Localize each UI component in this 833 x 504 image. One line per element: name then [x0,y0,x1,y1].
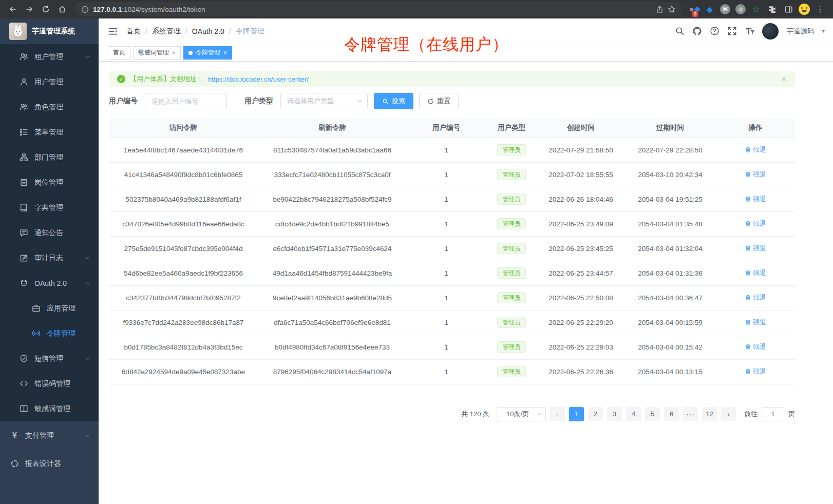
force-logout-button[interactable]: 强退 [745,244,766,253]
extension-command-icon[interactable]: ⌘ [719,3,731,15]
sidebar-item-oauth2[interactable]: OAuth 2.0 [0,270,99,296]
back-icon[interactable] [6,3,20,16]
breadcrumb-oauth2[interactable]: OAuth 2.0 [192,27,224,35]
page-button-2[interactable]: 2 [588,407,603,421]
tab-首页[interactable]: 首页 [108,46,130,60]
sidebar-collapse-icon[interactable] [108,26,118,36]
post-management-icon [20,178,28,187]
breadcrumb-system[interactable]: 系统管理 [152,27,181,36]
header-search-icon[interactable] [675,26,685,36]
user-type-cell: 管理员 [486,261,537,285]
sidebar-item-audit-log[interactable]: 审计日志 [0,245,99,270]
user-menu-caret-icon[interactable]: ▾ [822,28,825,34]
force-logout-button[interactable]: 强退 [745,195,766,204]
force-logout-button[interactable]: 强退 [745,318,766,327]
tab-close-icon[interactable]: × [172,50,176,56]
expire-time-cell: 2054-03-04 01:32:04 [624,236,716,261]
chevron-down-icon [84,54,90,60]
page-button-3[interactable]: 3 [607,407,622,421]
sidebar-item-menu-management[interactable]: 菜单管理 [0,120,99,145]
column-header[interactable]: 刷新令牌 [258,118,407,138]
force-logout-button[interactable]: 强退 [745,293,766,302]
extensions-puzzle-icon[interactable] [765,3,779,16]
extension-gem-icon[interactable]: ◆ [704,3,716,15]
reset-button[interactable]: 重置 [419,93,459,109]
page-button-1[interactable]: 1 [569,407,584,421]
user-type-cell: 管理员 [486,310,537,335]
sidebar-item-tenant-management[interactable]: 租户管理 [0,44,99,69]
github-icon[interactable] [692,26,702,36]
forward-icon[interactable] [23,3,36,16]
sidebar-item-pay-management[interactable]: ¥支付管理 [0,421,99,450]
page-button-4[interactable]: 4 [626,407,641,421]
sidebar-item-error-code-management[interactable]: 错误码管理 [0,371,99,396]
sidebar-item-report-designer[interactable]: 报表设计器 [0,450,99,478]
next-page-button[interactable]: › [721,407,736,421]
tab-敏感词管理[interactable]: 敏感词管理× [133,46,181,60]
column-header[interactable]: 用户类型 [486,118,537,138]
sidebar-item-role-management[interactable]: 角色管理 [0,94,99,120]
page-button-5[interactable]: 5 [645,407,660,421]
prev-page-button[interactable]: ‹ [550,407,565,421]
user-name[interactable]: 芋道源码 [786,27,814,36]
column-header[interactable]: 过期时间 [624,118,716,138]
doc-link[interactable]: https://doc.iocoder.cn/user-center/ [208,75,309,83]
sidebar-item-token-management[interactable]: 令牌管理 [0,321,99,346]
force-logout-button[interactable]: 强退 [745,342,766,352]
extension-palette-icon[interactable]: 9 [688,3,701,15]
sidebar-item-app-management[interactable]: 应用管理 [0,296,99,321]
sidebar-item-user-management[interactable]: 用户管理 [0,69,99,94]
force-logout-button[interactable]: 强退 [745,268,766,278]
column-header[interactable]: 创建时间 [537,118,624,138]
page-button-6[interactable]: 6 [664,407,679,421]
column-header[interactable]: 访问令牌 [109,118,258,138]
force-logout-button[interactable]: 强退 [745,170,766,179]
force-logout-button[interactable]: 强退 [745,145,766,154]
page-ellipsis[interactable]: ··· [683,407,698,421]
site-info-icon[interactable] [81,6,89,13]
help-icon[interactable] [710,26,720,36]
alert-close-icon[interactable]: ✕ [781,75,787,83]
force-logout-button[interactable]: 强退 [745,367,766,376]
side-panel-icon[interactable] [782,3,795,16]
bookmark-star-icon[interactable] [668,5,676,13]
font-size-icon[interactable] [745,26,754,36]
sidebar-item-sms-management[interactable]: 短信管理 [0,346,99,371]
browser-menu-icon[interactable]: ⋮ [813,3,827,16]
address-bar[interactable]: 127.0.0.1:1024/system/oauth2/token [75,2,682,16]
pay-management-icon: ¥ [10,431,19,440]
sidebar-item-post-management[interactable]: 岗位管理 [0,170,99,195]
created-time-cell: 2022-06-25 22:29:03 [537,335,624,359]
extension-dot-icon[interactable] [734,3,747,15]
access-token-cell: f9336e7c7dd242a283ee98dc86b17a87 [109,310,258,335]
page-size-select[interactable]: 10条/页 [497,407,546,421]
column-header[interactable]: 用户编号 [407,118,486,138]
tabs-bar: 首页敏感词管理×令牌管理× [99,44,833,62]
app-logo-row[interactable]: 芋道管理系统 [0,18,99,44]
search-button[interactable]: 搜索 [374,93,413,109]
column-header[interactable]: 操作 [716,118,795,138]
sidebar-item-dept-management[interactable]: 部门管理 [0,145,99,170]
user-avatar[interactable] [762,23,779,40]
sidebar-item-sensitive-word-management[interactable]: 敏感词管理 [0,396,99,421]
doc-alert: ✓ 【用户体系】文档地址： https://doc.iocoder.cn/use… [109,71,795,87]
home-icon[interactable] [55,3,69,16]
goto-page-input[interactable] [762,407,784,421]
force-logout-button[interactable]: 强退 [745,219,766,228]
page-button-12[interactable]: 12 [702,407,717,421]
sidebar-item-notice-announcement[interactable]: 通知公告 [0,220,99,245]
tab-令牌管理[interactable]: 令牌管理× [183,46,232,60]
user-type-select[interactable]: 请选择用户类型 [280,93,368,109]
access-token-cell: 1ea5e44f8bc1467aaede43144f31de76 [109,138,258,162]
tab-close-icon[interactable]: × [223,50,227,56]
user-no-input[interactable] [145,93,227,109]
reload-icon[interactable] [39,3,52,16]
sidebar-item-dict-management[interactable]: 字典管理 [0,195,99,220]
profile-avatar-icon[interactable] [798,3,810,15]
share-icon[interactable] [656,6,664,13]
extension-star-icon[interactable]: ☆ [750,3,762,15]
fullscreen-icon[interactable] [727,26,737,36]
sms-management-icon [20,354,28,363]
user-management-icon [20,77,28,86]
breadcrumb-home[interactable]: 首页 [126,27,141,36]
